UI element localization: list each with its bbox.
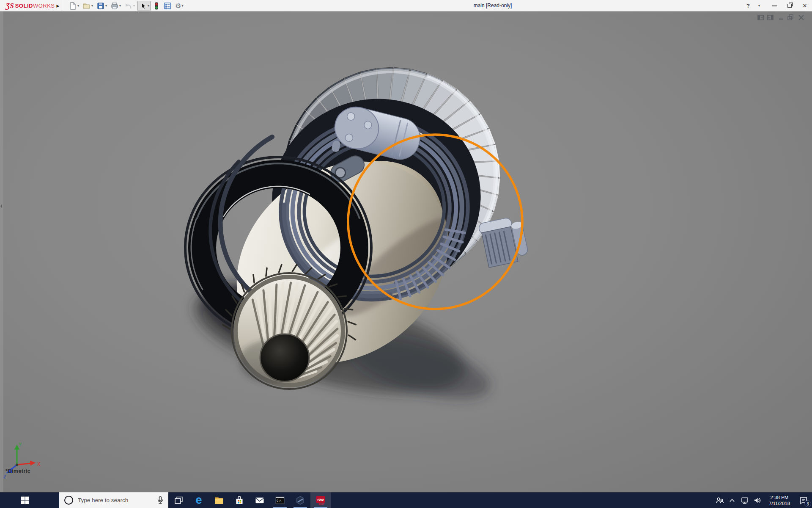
windows-logo-icon — [21, 496, 29, 505]
save-floppy-icon — [96, 2, 105, 10]
save-button[interactable]: ▾ — [96, 1, 108, 11]
hexagon-tool-icon — [295, 495, 305, 505]
taskbar-app-file-explorer[interactable] — [209, 492, 229, 508]
speaker-icon — [753, 496, 762, 505]
brand-works: WORKS — [33, 3, 55, 9]
taskbar-search-input[interactable]: Type here to search — [59, 492, 168, 508]
cortana-icon — [64, 496, 73, 505]
taskbar-clock[interactable]: 2:38 PM 7/11/2018 — [765, 494, 793, 506]
task-view-button[interactable] — [168, 492, 189, 508]
microphone-icon[interactable] — [156, 496, 164, 505]
close-button[interactable]: ✕ — [800, 2, 809, 10]
network-button[interactable] — [738, 492, 751, 508]
new-document-icon — [69, 2, 77, 10]
solidworks-app-icon: SW 2017 — [315, 495, 326, 505]
undo-arrow-icon — [124, 2, 133, 10]
traffic-light-icon — [153, 2, 160, 10]
store-icon — [234, 495, 244, 505]
clock-date: 7/11/2018 — [765, 500, 793, 506]
file-properties-button[interactable] — [162, 1, 173, 11]
tray-overflow-button[interactable] — [726, 492, 738, 508]
taskbar-app-store[interactable] — [229, 492, 250, 508]
system-tray: 2:38 PM 7/11/2018 3 — [713, 492, 812, 508]
mail-icon — [255, 495, 265, 505]
clock-time: 2:38 PM — [765, 494, 793, 500]
new-document-button[interactable]: ▾ — [68, 1, 80, 11]
help-dropdown-caret[interactable]: ▾ — [754, 2, 764, 10]
undo-button[interactable]: ▾ — [123, 1, 136, 11]
triad-y-label: Y — [19, 442, 22, 447]
taskbar-app-solidworks[interactable]: SW 2017 — [310, 492, 331, 508]
open-folder-icon — [82, 2, 91, 10]
start-button[interactable] — [0, 492, 50, 508]
edge-icon: e — [195, 494, 202, 506]
select-tool-button[interactable]: ▾ — [137, 1, 151, 11]
file-explorer-icon — [214, 495, 224, 505]
rebuild-button[interactable] — [152, 1, 161, 11]
chevron-up-icon — [728, 497, 736, 504]
gear-icon: ⚙ — [175, 2, 181, 10]
volume-button[interactable] — [751, 492, 764, 508]
window-controls: ? ▾ ✕ — [743, 0, 809, 11]
main-toolbar: ▾ ▾ ▾ ▾ ▾ — [68, 0, 186, 11]
people-button[interactable] — [713, 492, 726, 508]
menu-flyout-button[interactable]: ▶ — [54, 0, 62, 11]
svg-text:SW: SW — [317, 497, 324, 502]
svg-text:2017: 2017 — [318, 503, 324, 505]
title-bar: ƷS SOLID WORKS ▶ ▾ ▾ ▾ — [0, 0, 812, 11]
triad-z-label: Z — [3, 474, 6, 479]
open-document-button[interactable]: ▾ — [82, 1, 94, 11]
taskbar-apps: e — [168, 492, 331, 508]
brand-glyph: ƷS — [6, 2, 14, 10]
document-title: main [Read-only] — [440, 0, 546, 11]
flyout-arrow-icon: ▶ — [57, 4, 60, 8]
restore-button[interactable] — [785, 2, 794, 10]
taskbar-app-mail[interactable] — [250, 492, 270, 508]
nozzle-bore-hole — [260, 334, 309, 381]
network-icon — [740, 496, 749, 505]
help-button[interactable]: ? — [743, 2, 753, 10]
print-button[interactable]: ▾ — [110, 1, 122, 11]
taskbar-app-hexagon-tool[interactable] — [290, 492, 310, 508]
options-button[interactable]: ⚙ ▾ — [174, 1, 184, 11]
viewport-3d[interactable]: Y X Z — [0, 0, 812, 508]
svg-text:C:\: C:\ — [277, 499, 282, 502]
command-prompt-icon: C:\ — [275, 495, 285, 505]
collapsed-panel-strip[interactable] — [0, 11, 3, 492]
file-properties-icon — [163, 2, 172, 10]
people-icon — [715, 496, 724, 505]
view-orientation-label: *Dimetric — [5, 468, 30, 474]
minimize-button[interactable] — [770, 2, 779, 10]
taskbar-app-edge[interactable]: e — [189, 492, 209, 508]
solidworks-logo: ƷS SOLID WORKS — [6, 0, 55, 11]
taskbar-app-command-prompt[interactable]: C:\ — [270, 492, 290, 508]
printer-icon — [110, 2, 119, 10]
brand-solid: SOLID — [15, 3, 33, 9]
windows-taskbar: Type here to search e — [0, 492, 812, 508]
triad-x-label: X — [37, 461, 41, 467]
select-cursor-icon — [139, 2, 147, 10]
task-view-icon — [174, 496, 183, 505]
search-placeholder: Type here to search — [78, 497, 128, 503]
notification-badge: 3 — [804, 500, 811, 507]
action-center-button[interactable]: 3 — [795, 492, 812, 508]
